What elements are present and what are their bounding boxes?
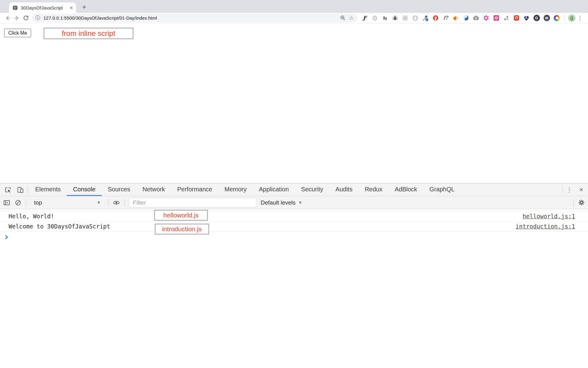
- camera-extension-icon[interactable]: [472, 14, 480, 22]
- log-levels-select[interactable]: Default levels ▼: [261, 199, 302, 206]
- devtools-panel: Elements Console Sources Network Perform…: [0, 183, 588, 368]
- tab-close-icon[interactable]: ×: [70, 5, 73, 10]
- g-circle-extension-icon[interactable]: G: [533, 14, 540, 22]
- toolbar-separator: [108, 199, 108, 206]
- f-question-extension-icon[interactable]: f?: [442, 14, 449, 22]
- pink-star-extension-icon[interactable]: [482, 14, 490, 22]
- stop-hand-extension-icon[interactable]: [432, 14, 439, 22]
- toolbar-separator: [26, 199, 26, 206]
- toolbar-separator: [573, 199, 574, 206]
- context-value: top: [34, 199, 42, 206]
- console-pane: Hello, World! helloworld.js:1 Welcome to…: [0, 209, 588, 368]
- tab-network[interactable]: Network: [136, 183, 171, 196]
- browser-toolbar: ⓘ 127.0.0.1:5500/30DaysOfJavaScript/01-D…: [0, 13, 588, 23]
- device-toolbar-icon[interactable]: [14, 183, 26, 196]
- devtools-close-icon[interactable]: ×: [575, 183, 588, 196]
- devtools-tab-bar: Elements Console Sources Network Perform…: [0, 183, 588, 196]
- pink-square-extension-icon[interactable]: [492, 14, 500, 22]
- letter-f-extension-icon[interactable]: Ƒ: [361, 14, 368, 22]
- annotation-badge-helloworld: helloworld.js: [154, 210, 208, 221]
- tab-adblock[interactable]: AdBlock: [389, 183, 423, 196]
- chevron-down-icon: ▼: [97, 200, 101, 205]
- browser-menu-kebab-icon[interactable]: ⋮: [575, 15, 585, 21]
- toolbar-separator: [124, 199, 125, 206]
- red-square-extension-icon[interactable]: [513, 14, 520, 22]
- console-source-link[interactable]: helloworld.js:1: [522, 213, 575, 220]
- bug-extension-icon[interactable]: [391, 14, 399, 22]
- tab-console[interactable]: Console: [67, 183, 101, 196]
- eyedropper-extension-icon[interactable]: [422, 14, 429, 22]
- paren-circle-extension-icon[interactable]: [412, 14, 419, 22]
- new-tab-button[interactable]: +: [80, 2, 89, 12]
- console-message: Hello, World!: [9, 213, 522, 220]
- flower-grid-extension-icon[interactable]: [401, 14, 409, 22]
- tab-application[interactable]: Application: [253, 183, 295, 196]
- color-wheel-extension-icon[interactable]: [553, 14, 560, 22]
- click-me-button[interactable]: Click Me: [4, 29, 31, 37]
- reload-icon[interactable]: [21, 13, 31, 23]
- console-toolbar: top ▼ Default levels ▼: [0, 196, 588, 209]
- zoom-icon[interactable]: [340, 15, 346, 21]
- back-icon[interactable]: [3, 13, 12, 23]
- clear-console-icon[interactable]: [15, 199, 21, 206]
- bookmark-star-icon[interactable]: ☆: [349, 15, 354, 21]
- address-bar[interactable]: ⓘ 127.0.0.1:5500/30DaysOfJavaScript/01-D…: [32, 14, 357, 22]
- tab-performance[interactable]: Performance: [171, 183, 219, 196]
- forward-icon[interactable]: [12, 13, 21, 23]
- tab-title: 30DaysOfJavaScript: [21, 5, 67, 10]
- swirl-extension-icon[interactable]: [462, 14, 469, 22]
- console-prompt-chevron-icon: [4, 235, 9, 240]
- settings-gear-icon[interactable]: [578, 199, 585, 206]
- devtools-separator: [563, 186, 563, 193]
- console-log-row: Welcome to 30DaysOfJavaScript introducti…: [0, 221, 588, 232]
- megaphone-extension-icon[interactable]: [452, 14, 459, 22]
- live-expression-eye-icon[interactable]: [113, 199, 120, 206]
- globe-favicon-icon: [12, 5, 18, 11]
- devtools-separator: [28, 186, 28, 193]
- tab-redux[interactable]: Redux: [359, 183, 389, 196]
- blocks-arrow-extension-icon[interactable]: [503, 14, 510, 22]
- tab-memory[interactable]: Memory: [218, 183, 253, 196]
- log-levels-value: Default levels: [261, 199, 296, 206]
- tab-security[interactable]: Security: [295, 183, 329, 196]
- browser-tab[interactable]: 30DaysOfJavaScript ×: [9, 2, 76, 13]
- inspect-element-icon[interactable]: [2, 183, 14, 196]
- console-message: Welcome to 30DaysOfJavaScript: [9, 223, 516, 230]
- extensions-strip: Ƒ: [361, 14, 575, 22]
- console-sidebar-toggle-icon[interactable]: [3, 199, 10, 206]
- tab-elements[interactable]: Elements: [29, 183, 67, 196]
- filter-input[interactable]: [129, 198, 256, 207]
- console-log-row: Hello, World! helloworld.js:1: [0, 211, 588, 221]
- toolbar-separator: [564, 15, 564, 21]
- chevron-down-icon: ▼: [298, 200, 302, 205]
- w-circle-extension-icon[interactable]: W: [543, 14, 550, 22]
- tab-audits[interactable]: Audits: [329, 183, 359, 196]
- tab-sources[interactable]: Sources: [102, 183, 136, 196]
- browser-tab-strip: 30DaysOfJavaScript × +: [0, 0, 588, 13]
- console-source-link[interactable]: introduction.js:1: [516, 223, 575, 230]
- braces-avatar-icon[interactable]: {}: [568, 14, 575, 22]
- execution-context-select[interactable]: top ▼: [30, 199, 104, 206]
- orbit-extension-icon[interactable]: [371, 14, 379, 22]
- page-info-icon[interactable]: ⓘ: [36, 15, 40, 21]
- annotation-badge-introduction: introduction.js: [155, 224, 209, 235]
- bars-extension-icon[interactable]: [381, 14, 389, 22]
- devtools-menu-kebab-icon[interactable]: ⋮: [564, 183, 575, 196]
- url-text[interactable]: 127.0.0.1:5500/30DaysOfJavaScript/01-Day…: [43, 15, 337, 21]
- tab-graphql[interactable]: GraphQL: [423, 183, 461, 196]
- heart-search-extension-icon[interactable]: [523, 14, 530, 22]
- page-content: Click Me from inline script: [0, 23, 588, 183]
- inline-script-output-box: from inline script: [43, 28, 134, 39]
- console-prompt[interactable]: [0, 232, 588, 243]
